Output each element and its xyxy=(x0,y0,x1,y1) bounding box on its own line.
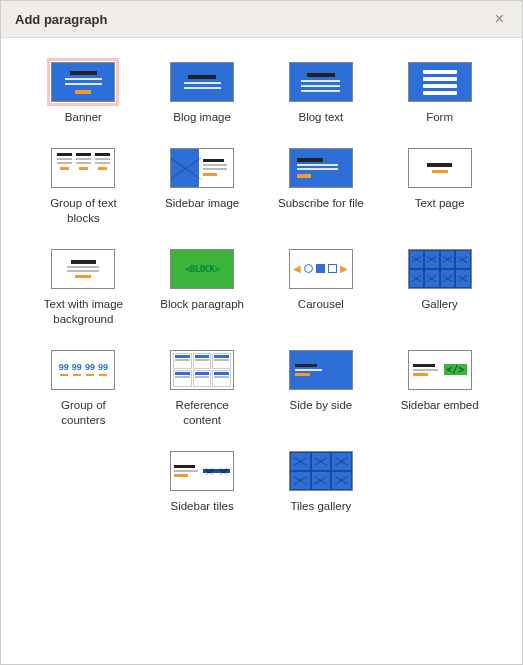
add-paragraph-dialog: Add paragraph × Banner xyxy=(0,0,523,665)
text-page-icon xyxy=(408,148,472,188)
paragraph-option-label: Blog text xyxy=(299,110,344,126)
side-by-side-icon xyxy=(289,350,353,390)
dialog-body: Banner Blog image Blog text xyxy=(1,38,522,664)
paragraph-option-text-page[interactable]: Text page xyxy=(387,148,492,212)
reference-content-icon xyxy=(170,350,234,390)
dialog-header: Add paragraph × xyxy=(1,1,522,38)
code-icon: </> xyxy=(446,364,464,375)
paragraph-option-subscribe-file[interactable]: Subscribe for file xyxy=(269,148,374,212)
sidebar-image-icon xyxy=(170,148,234,188)
paragraph-option-sidebar-embed[interactable]: </> Sidebar embed xyxy=(387,350,492,414)
paragraph-option-sidebar-tiles[interactable]: Sidebar tiles xyxy=(150,451,255,515)
group-text-blocks-icon xyxy=(51,148,115,188)
paragraph-option-label: Group of counters xyxy=(38,398,128,429)
tiles-gallery-icon xyxy=(289,451,353,491)
paragraph-option-group-counters[interactable]: 99 99 99 99 Group of counters xyxy=(31,350,136,429)
group-counters-icon: 99 99 99 99 xyxy=(51,350,115,390)
block-text: BLOCK xyxy=(190,264,215,274)
paragraph-option-label: Form xyxy=(426,110,453,126)
paragraph-option-carousel[interactable]: ◀ ▶ Carousel xyxy=(269,249,374,313)
paragraph-option-label: Subscribe for file xyxy=(278,196,364,212)
form-icon xyxy=(408,62,472,102)
paragraph-option-label: Sidebar image xyxy=(165,196,239,212)
gallery-icon xyxy=(408,249,472,289)
paragraph-option-sidebar-image[interactable]: Sidebar image xyxy=(150,148,255,212)
blog-text-icon xyxy=(289,62,353,102)
paragraph-option-label: Text with image background xyxy=(38,297,128,328)
paragraph-option-blog-image[interactable]: Blog image xyxy=(150,62,255,126)
paragraph-option-reference-content[interactable]: Reference content xyxy=(150,350,255,429)
close-button[interactable]: × xyxy=(491,11,508,27)
paragraph-option-label: Group of text blocks xyxy=(38,196,128,227)
paragraph-option-banner[interactable]: Banner xyxy=(31,62,136,126)
dialog-title: Add paragraph xyxy=(15,12,107,27)
paragraph-option-label: Gallery xyxy=(421,297,457,313)
paragraph-option-label: Reference content xyxy=(157,398,247,429)
paragraph-option-label: Tiles gallery xyxy=(290,499,351,515)
paragraph-type-grid: Banner Blog image Blog text xyxy=(31,62,492,514)
carousel-icon: ◀ ▶ xyxy=(289,249,353,289)
paragraph-option-side-by-side[interactable]: Side by side xyxy=(269,350,374,414)
text-with-img-bg-icon xyxy=(51,249,115,289)
paragraph-option-label: Sidebar tiles xyxy=(170,499,233,515)
paragraph-option-gallery[interactable]: Gallery xyxy=(387,249,492,313)
paragraph-option-block-paragraph[interactable]: <BLOCK> Block paragraph xyxy=(150,249,255,313)
paragraph-option-label: Side by side xyxy=(290,398,353,414)
banner-icon xyxy=(51,62,115,102)
paragraph-option-group-text-blocks[interactable]: Group of text blocks xyxy=(31,148,136,227)
paragraph-option-label: Text page xyxy=(415,196,465,212)
paragraph-option-label: Carousel xyxy=(298,297,344,313)
paragraph-option-label: Block paragraph xyxy=(160,297,244,313)
sidebar-tiles-icon xyxy=(170,451,234,491)
paragraph-option-label: Banner xyxy=(65,110,102,126)
paragraph-option-tiles-gallery[interactable]: Tiles gallery xyxy=(269,451,374,515)
subscribe-file-icon xyxy=(289,148,353,188)
paragraph-option-blog-text[interactable]: Blog text xyxy=(269,62,374,126)
blog-image-icon xyxy=(170,62,234,102)
paragraph-option-label: Sidebar embed xyxy=(401,398,479,414)
paragraph-option-label: Blog image xyxy=(173,110,231,126)
paragraph-option-text-with-img-bg[interactable]: Text with image background xyxy=(31,249,136,328)
block-paragraph-icon: <BLOCK> xyxy=(170,249,234,289)
sidebar-embed-icon: </> xyxy=(408,350,472,390)
paragraph-option-form[interactable]: Form xyxy=(387,62,492,126)
